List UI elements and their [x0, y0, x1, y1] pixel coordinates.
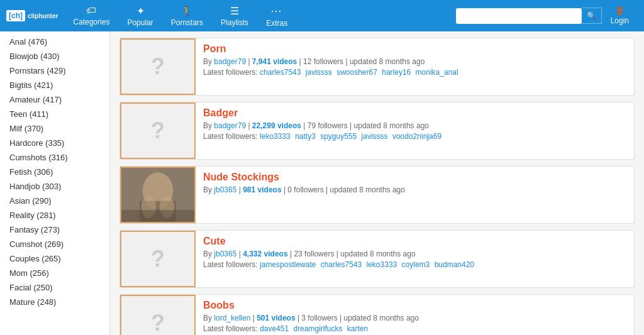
- sidebar-item-couples[interactable]: Couples (265): [0, 251, 109, 266]
- playlist-updated-porn: updated 8 months ago: [350, 57, 425, 66]
- categories-icon: 🏷: [86, 5, 96, 16]
- latest-followers-label-badger: Latest followers:: [203, 132, 258, 141]
- nav-categories[interactable]: 🏷 Categories: [64, 1, 118, 30]
- playlist-card-badger: ? Badger By badger79 | 22,299 videos | 7…: [119, 102, 635, 160]
- follower-link[interactable]: dreamgirlfucks: [293, 324, 342, 333]
- playlist-meta-cute: By jb0365 | 4,332 videos | 23 followers …: [203, 250, 626, 258]
- follower-link[interactable]: leko3333: [367, 260, 397, 269]
- playlist-followers-badger: 79 followers: [308, 121, 348, 130]
- login-button[interactable]: 🚪 Login: [602, 3, 638, 29]
- nav-categories-label: Categories: [73, 18, 109, 26]
- no-thumb-icon: ?: [151, 53, 165, 80]
- nav-pornstars[interactable]: 🚶 Pornstars: [162, 1, 212, 31]
- playlist-card-nude-stockings: Nude Stockings By jb0365 | 981 videos | …: [119, 166, 635, 224]
- playlist-title-badger[interactable]: Badger: [203, 107, 626, 119]
- playlist-updated-badger: updated 8 months ago: [354, 121, 429, 130]
- latest-followers-label-porn: Latest followers:: [203, 68, 258, 77]
- playlist-card-boobs: ? Boobs By lord_kellen | 501 videos | 3 …: [119, 294, 635, 335]
- sidebar-item-amateur[interactable]: Amateur (417): [0, 92, 109, 107]
- follower-link[interactable]: harley16: [382, 68, 411, 77]
- header: [ch] cliphunter 🏷 Categories ✦ Popular 🚶…: [0, 0, 644, 31]
- playlist-info-badger: Badger By badger79 | 22,299 videos | 79 …: [196, 102, 634, 159]
- sidebar-item-mature[interactable]: Mature (248): [0, 295, 109, 309]
- sidebar-item-anal[interactable]: Anal (476): [0, 35, 109, 49]
- popular-icon: ✦: [136, 5, 145, 17]
- sidebar-item-handjob[interactable]: Handjob (303): [0, 179, 109, 194]
- login-label: Login: [611, 16, 629, 25]
- pornstars-icon: 🚶: [180, 5, 193, 17]
- playlist-info-boobs: Boobs By lord_kellen | 501 videos | 3 fo…: [196, 295, 634, 335]
- nav-extras-label: Extras: [266, 19, 287, 28]
- playlist-title-porn[interactable]: Porn: [203, 43, 626, 55]
- follower-link[interactable]: javissss: [362, 132, 388, 141]
- playlist-user-boobs[interactable]: lord_kellen: [214, 314, 250, 322]
- sidebar-item-teen[interactable]: Teen (411): [0, 107, 109, 121]
- sidebar-item-facial[interactable]: Facial (250): [0, 280, 109, 295]
- playlist-title-boobs[interactable]: Boobs: [203, 300, 626, 311]
- follower-link[interactable]: monika_anal: [416, 68, 458, 77]
- nav-popular[interactable]: ✦ Popular: [118, 1, 162, 31]
- playlist-card-cute: ? Cute By jb0365 | 4,332 videos | 23 fol…: [119, 230, 635, 288]
- sidebar-item-reality[interactable]: Reality (281): [0, 208, 109, 222]
- sidebar-item-asian[interactable]: Asian (290): [0, 194, 109, 208]
- no-thumb-icon: ?: [151, 246, 165, 272]
- playlist-followers-list-badger: Latest followers: leko3333 natty3 spyguy…: [203, 132, 626, 141]
- follower-link[interactable]: javissss: [306, 68, 332, 77]
- nude-stockings-image: [121, 167, 194, 223]
- playlist-followers-list-boobs: Latest followers: dave451 dreamgirlfucks…: [203, 324, 626, 333]
- playlist-user-cute[interactable]: jb0365: [214, 250, 236, 258]
- sidebar-item-fetish[interactable]: Fetish (306): [0, 165, 109, 179]
- no-thumb-icon: ?: [151, 310, 165, 335]
- follower-link[interactable]: budman420: [435, 260, 474, 269]
- logo-box: [ch]: [6, 10, 25, 21]
- playlist-meta-boobs: By lord_kellen | 501 videos | 3 follower…: [203, 314, 626, 322]
- sidebar-item-milf[interactable]: Milf (370): [0, 121, 109, 136]
- sidebar-item-cumshots[interactable]: Cumshots (316): [0, 150, 109, 165]
- nav-extras[interactable]: ⋯ Extras: [257, 0, 296, 31]
- sidebar-item-blowjob[interactable]: Blowjob (430): [0, 49, 109, 63]
- follower-link[interactable]: coylem3: [402, 260, 430, 269]
- nav-popular-label: Popular: [127, 18, 153, 27]
- sidebar-item-bigtits[interactable]: Bigtits (421): [0, 78, 109, 92]
- nav-pornstars-label: Pornstars: [171, 18, 203, 27]
- follower-link[interactable]: spyguy555: [320, 132, 357, 141]
- playlist-meta-porn: By badger79 | 7,941 videos | 12 follower…: [203, 57, 626, 66]
- playlist-user-badger[interactable]: badger79: [214, 121, 246, 130]
- follower-link[interactable]: leko3333: [260, 132, 291, 141]
- playlist-card-porn: ? Porn By badger79 | 7,941 videos | 12 f…: [119, 38, 635, 96]
- sidebar-item-cumshot[interactable]: Cumshot (269): [0, 237, 109, 251]
- nav-playlists[interactable]: ☰ Playlists: [212, 1, 257, 31]
- playlist-videos-porn: 7,941 videos: [252, 57, 297, 66]
- playlists-icon: ☰: [230, 5, 239, 17]
- svg-rect-5: [121, 210, 194, 222]
- playlist-info-cute: Cute By jb0365 | 4,332 videos | 23 follo…: [196, 231, 634, 287]
- search-button[interactable]: 🔍: [582, 8, 602, 24]
- follower-link[interactable]: swoosher67: [336, 68, 377, 77]
- follower-link[interactable]: charles7543: [321, 260, 362, 269]
- logo[interactable]: [ch] cliphunter: [6, 10, 58, 21]
- search-input[interactable]: [456, 8, 582, 24]
- playlist-user-porn[interactable]: badger79: [214, 57, 246, 66]
- playlist-title-cute[interactable]: Cute: [203, 236, 626, 247]
- latest-followers-label-cute: Latest followers:: [203, 260, 258, 269]
- playlist-user-nude-stockings[interactable]: jb0365: [214, 185, 236, 194]
- follower-link[interactable]: jamespostlewate: [260, 260, 316, 269]
- sidebar-item-hardcore[interactable]: Hardcore (335): [0, 136, 109, 150]
- playlist-followers-porn: 12 followers: [303, 57, 343, 66]
- follower-link[interactable]: karten: [347, 324, 368, 333]
- playlist-followers-cute: 23 followers: [294, 250, 334, 258]
- playlist-thumb-cute: ?: [120, 231, 196, 287]
- sidebar-item-mom[interactable]: Mom (256): [0, 266, 109, 280]
- sidebar-item-pornstars[interactable]: Pornstars (429): [0, 63, 109, 78]
- playlist-videos-badger: 22,299 videos: [252, 121, 301, 130]
- playlist-info-porn: Porn By badger79 | 7,941 videos | 12 fol…: [196, 38, 634, 95]
- follower-link[interactable]: natty3: [295, 132, 316, 141]
- follower-link[interactable]: dave451: [260, 324, 289, 333]
- sidebar-item-fantasy[interactable]: Fantasy (273): [0, 222, 109, 237]
- follower-link[interactable]: charles7543: [260, 68, 301, 77]
- playlist-videos-nude-stockings: 981 videos: [243, 185, 281, 194]
- playlist-followers-list-porn: Latest followers: charles7543 javissss s…: [203, 68, 626, 77]
- follower-link[interactable]: voodo2ninja69: [392, 132, 441, 141]
- playlist-followers-nude-stockings: 0 followers: [287, 185, 323, 194]
- playlist-title-nude-stockings[interactable]: Nude Stockings: [203, 172, 626, 183]
